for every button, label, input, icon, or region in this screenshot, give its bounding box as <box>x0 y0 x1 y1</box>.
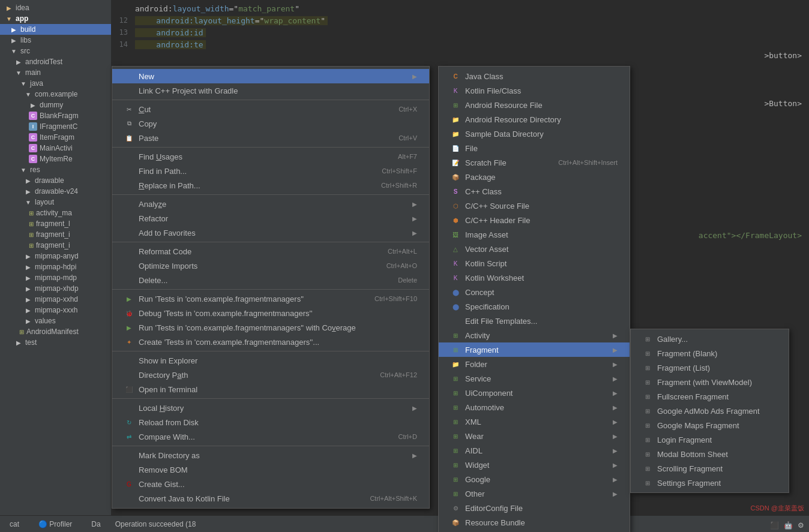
tree-item-mipmap-hdpi[interactable]: ▶ mipmap-hdpi <box>0 262 111 272</box>
menu-item-gallery[interactable]: ⊞ Gallery... <box>631 332 789 346</box>
menu-item-create-tests[interactable]: ✦ Create 'Tests in 'com.example.fragment… <box>112 335 429 349</box>
menu-item-sample-data-dir[interactable]: 📁 Sample Data Directory <box>439 127 630 141</box>
menu-item-cpp-class[interactable]: S C++ Class <box>439 184 630 199</box>
menu-item-copy[interactable]: ⧉ Copy <box>112 116 429 131</box>
menu-item-vector-asset[interactable]: △ Vector Asset <box>439 242 630 256</box>
menu-item-uicomponent[interactable]: ⊞ UiComponent ▶ <box>439 386 630 400</box>
menu-item-other[interactable]: ⊞ Other ▶ <box>439 486 630 501</box>
tree-item-libs[interactable]: ▶ libs <box>0 35 111 46</box>
tree-item-androidmanifest[interactable]: ⊞ AndroidManifest <box>0 326 111 337</box>
menu-item-reload-disk[interactable]: ↻ Reload from Disk <box>112 415 429 429</box>
menu-item-run-tests[interactable]: ▶ Run 'Tests in 'com.example.fragmentman… <box>112 291 429 306</box>
tree-item-androidtest[interactable]: ▶ androidTest <box>0 56 111 67</box>
bottom-tab-profiler[interactable]: 🔵 Profiler <box>34 516 77 532</box>
menu-item-admob-fragment[interactable]: ⊞ Google AdMob Ads Fragment <box>631 404 789 418</box>
tree-item-myitemre[interactable]: C MyItemRe <box>0 154 111 164</box>
menu-item-fragment-viewmodel[interactable]: ⊞ Fragment (with ViewModel) <box>631 375 789 389</box>
tree-item-mipmap-mdp[interactable]: ▶ mipmap-mdp <box>0 272 111 283</box>
tree-item-dummy[interactable]: ▶ dummy <box>0 100 111 110</box>
tree-item-mipmap-xxxh[interactable]: ▶ mipmap-xxxh <box>0 305 111 315</box>
menu-item-cpp-header[interactable]: ⬢ C/C++ Header File <box>439 213 630 227</box>
menu-item-kotlin-file[interactable]: K Kotlin File/Class <box>439 83 630 98</box>
tree-item-itemfragm[interactable]: C ItemFragm <box>0 132 111 143</box>
new-submenu[interactable]: C Java Class K Kotlin File/Class ⊞ Andro… <box>438 66 630 532</box>
menu-item-editorconfig[interactable]: ⚙ EditorConfig File <box>439 501 630 515</box>
menu-item-mark-directory[interactable]: Mark Directory as ▶ <box>112 448 429 462</box>
tree-item-blankfragm[interactable]: C BlankFragm <box>0 110 111 121</box>
menu-item-aidl[interactable]: ⊞ AIDL ▶ <box>439 443 630 458</box>
tree-item-src[interactable]: ▼ src <box>0 46 111 56</box>
tree-item-java[interactable]: ▼ java <box>0 78 111 89</box>
menu-item-paste[interactable]: 📋 Paste Ctrl+V <box>112 131 429 145</box>
tree-item-app[interactable]: ▼ app <box>0 13 111 24</box>
menu-item-directory-path[interactable]: Directory Path Ctrl+Alt+F12 <box>112 368 429 382</box>
tree-item-drawable-v24[interactable]: ▶ drawable-v24 <box>0 186 111 197</box>
tree-item-build[interactable]: ▶ build <box>0 24 111 35</box>
tree-item-mipmap-xxhd[interactable]: ▶ mipmap-xxhd <box>0 294 111 305</box>
tree-item-fragment-i2[interactable]: ⊞ fragment_i <box>0 240 111 251</box>
menu-item-specification[interactable]: ⬤ Specification <box>439 299 630 314</box>
menu-item-android-resource-file[interactable]: ⊞ Android Resource File <box>439 98 630 112</box>
tree-item-mipmap-xhdp[interactable]: ▶ mipmap-xhdp <box>0 283 111 294</box>
menu-item-reformat-code[interactable]: Reformat Code Ctrl+Alt+L <box>112 244 429 259</box>
menu-item-show-explorer[interactable]: Show in Explorer <box>112 353 429 368</box>
menu-item-file[interactable]: 📄 File <box>439 141 630 155</box>
main-context-menu[interactable]: New ▶ Link C++ Project with Gradle ✂ Cut… <box>112 66 430 509</box>
menu-item-refactor[interactable]: Refactor ▶ <box>112 211 429 226</box>
menu-item-kotlin-script[interactable]: K Kotlin Script <box>439 256 630 270</box>
menu-item-kotlin-worksheet[interactable]: K Kotlin Worksheet <box>439 270 630 285</box>
menu-item-fragment-list[interactable]: ⊞ Fragment (List) <box>631 360 789 375</box>
menu-item-replace-in-path[interactable]: Replace in Path... Ctrl+Shift+R <box>112 178 429 193</box>
menu-item-compare-with[interactable]: ⇄ Compare With... Ctrl+D <box>112 429 429 444</box>
tree-item-com-example[interactable]: ▼ com.example <box>0 89 111 100</box>
bottom-tab-cat[interactable]: cat <box>5 516 24 532</box>
tree-item-ifragmentc[interactable]: I IFragmentC <box>0 121 111 132</box>
menu-item-concept[interactable]: ⬤ Concept <box>439 285 630 299</box>
menu-item-local-history[interactable]: Local History ▶ <box>112 401 429 415</box>
android-status-icon[interactable]: 🤖 <box>784 521 793 530</box>
tree-item-activity-ma[interactable]: ⊞ activity_ma <box>0 208 111 218</box>
menu-item-fragment[interactable]: ⊞ Fragment ▶ <box>439 342 630 357</box>
menu-item-optimize-imports[interactable]: Optimize Imports Ctrl+Alt+O <box>112 259 429 273</box>
menu-item-find-in-path[interactable]: Find in Path... Ctrl+Shift+F <box>112 164 429 178</box>
menu-item-modal-bottom-sheet[interactable]: ⊞ Modal Bottom Sheet <box>631 447 789 461</box>
menu-item-service[interactable]: ⊞ Service ▶ <box>439 371 630 386</box>
menu-item-run-tests-coverage[interactable]: ▶ Run 'Tests in 'com.example.fragmentman… <box>112 320 429 335</box>
settings-status-icon[interactable]: ⚙ <box>798 521 804 530</box>
tree-item-res[interactable]: ▼ res <box>0 164 111 175</box>
tree-item-mainactivi[interactable]: C MainActivi <box>0 143 111 154</box>
menu-item-automotive[interactable]: ⊞ Automotive ▶ <box>439 400 630 414</box>
menu-item-edit-templates[interactable]: Edit File Templates... <box>439 314 630 328</box>
menu-item-convert-kotlin[interactable]: Convert Java to Kotlin File Ctrl+Alt+Shi… <box>112 491 429 506</box>
menu-item-scrolling-fragment[interactable]: ⊞ Scrolling Fragment <box>631 461 789 476</box>
menu-item-java-class[interactable]: C Java Class <box>439 69 630 83</box>
menu-item-cpp-source[interactable]: ⬡ C/C++ Source File <box>439 199 630 213</box>
menu-item-wear[interactable]: ⊞ Wear ▶ <box>439 429 630 443</box>
menu-item-create-gist[interactable]: G Create Gist... <box>112 477 429 491</box>
menu-item-google[interactable]: ⊞ Google ▶ <box>439 472 630 486</box>
fragment-submenu[interactable]: ⊞ Gallery... ⊞ Fragment (Blank) ⊞ Fragme… <box>630 329 789 493</box>
menu-item-delete[interactable]: Delete... Delete <box>112 273 429 287</box>
menu-item-xml[interactable]: ⊞ XML ▶ <box>439 414 630 429</box>
menu-item-scratch-file[interactable]: 📝 Scratch File Ctrl+Alt+Shift+Insert <box>439 155 630 170</box>
menu-item-analyze[interactable]: Analyze ▶ <box>112 197 429 211</box>
menu-item-folder[interactable]: 📁 Folder ▶ <box>439 357 630 371</box>
tree-item-values[interactable]: ▶ values <box>0 315 111 326</box>
menu-item-android-resource-dir[interactable]: 📁 Android Resource Directory <box>439 112 630 127</box>
menu-item-find-usages[interactable]: Find Usages Alt+F7 <box>112 149 429 164</box>
menu-item-package[interactable]: 📦 Package <box>439 170 630 184</box>
menu-item-login-fragment[interactable]: ⊞ Login Fragment <box>631 432 789 447</box>
menu-item-add-favorites[interactable]: Add to Favorites ▶ <box>112 226 429 240</box>
menu-item-fragment-blank[interactable]: ⊞ Fragment (Blank) <box>631 346 789 360</box>
menu-item-fullscreen-fragment[interactable]: ⊞ Fullscreen Fragment <box>631 389 789 404</box>
menu-item-cut[interactable]: ✂ Cut Ctrl+X <box>112 102 429 116</box>
menu-item-remove-bom[interactable]: Remove BOM <box>112 462 429 477</box>
bottom-tab-da[interactable]: Da <box>86 516 105 532</box>
menu-item-open-terminal[interactable]: ⬛ Open in Terminal <box>112 382 429 396</box>
tree-item-test[interactable]: ▶ test <box>0 337 111 348</box>
menu-item-widget[interactable]: ⊞ Widget ▶ <box>439 458 630 472</box>
tree-item-layout[interactable]: ▼ layout <box>0 197 111 208</box>
menu-item-settings-fragment[interactable]: ⊞ Settings Fragment <box>631 476 789 490</box>
menu-item-debug-tests[interactable]: 🐞 Debug 'Tests in 'com.example.fragmentm… <box>112 306 429 320</box>
tree-item-fragment-l[interactable]: ⊞ fragment_l <box>0 218 111 229</box>
